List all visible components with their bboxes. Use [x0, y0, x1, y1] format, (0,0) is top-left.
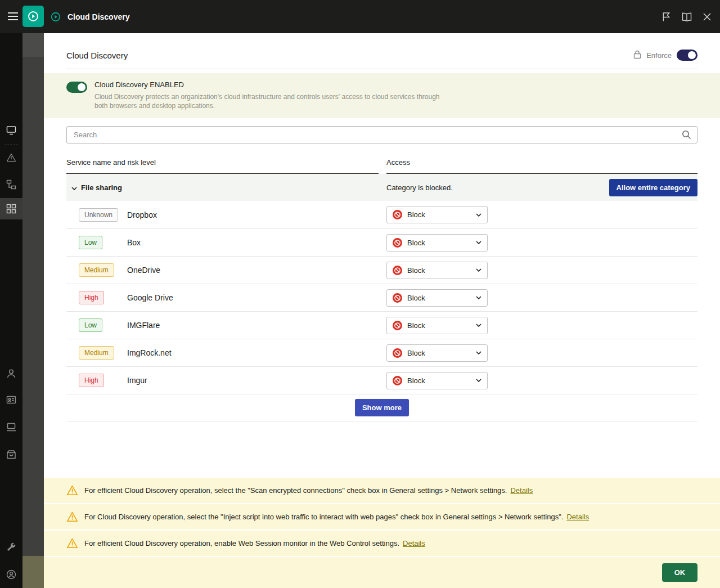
risk-badge: Medium: [79, 263, 114, 277]
book-icon[interactable]: [682, 12, 692, 21]
details-link[interactable]: Details: [566, 513, 589, 521]
sidebar-item-monitoring[interactable]: [6, 125, 16, 135]
access-dropdown[interactable]: Block: [386, 262, 488, 279]
warning-text: For Cloud Discovery operation, select th…: [84, 513, 563, 521]
service-name: OneDrive: [127, 266, 160, 275]
banner-description: Cloud Discovery protects an organization…: [94, 92, 454, 110]
search-icon[interactable]: [682, 130, 691, 140]
app-logo-icon[interactable]: [22, 6, 44, 27]
block-icon: [393, 293, 402, 303]
main-navigation-sidebar: [0, 33, 22, 588]
access-value: Block: [407, 239, 425, 247]
access-dropdown[interactable]: Block: [386, 317, 488, 334]
sidebar-item-users[interactable]: [6, 369, 16, 379]
service-rows: Unknown Dropbox Block Low Box: [66, 201, 698, 394]
block-icon: [393, 266, 402, 275]
banner-title: Cloud Discovery ENABLED: [94, 80, 454, 89]
sidebar-item-profile[interactable]: [6, 569, 16, 580]
access-value: Block: [407, 376, 425, 385]
access-dropdown[interactable]: Block: [386, 372, 488, 389]
sidebar-item-active[interactable]: [0, 198, 22, 219]
content-spacer: [44, 421, 720, 477]
enforce-label: Enforce: [646, 51, 672, 60]
sidebar-item-devices[interactable]: [6, 423, 16, 432]
category-expander[interactable]: File sharing: [66, 183, 386, 192]
search-bar: [66, 126, 698, 143]
search-input[interactable]: [66, 126, 698, 143]
category-name: File sharing: [81, 183, 122, 192]
category-status: Category is blocked.: [386, 183, 453, 192]
hamburger-menu-icon[interactable]: [7, 12, 19, 23]
enabled-toggle[interactable]: [66, 82, 87, 93]
table-row: Low Box Block: [66, 228, 698, 256]
topbar-actions: [662, 12, 711, 22]
flag-icon[interactable]: [662, 12, 670, 22]
block-icon: [393, 238, 402, 248]
access-dropdown[interactable]: Block: [386, 289, 488, 307]
column-header-access: Access: [386, 155, 698, 174]
warning-icon: [66, 511, 78, 522]
table-row: High Google Drive Block: [66, 284, 698, 311]
footer-bar: OK: [44, 556, 720, 588]
warning-icon: [66, 485, 78, 496]
secondary-rail-top: [22, 33, 44, 57]
cloud-discovery-panel-icon: [50, 11, 61, 25]
enforce-control: Enforce: [633, 50, 698, 61]
show-more-button[interactable]: Show more: [355, 399, 409, 416]
chevron-down-icon: [476, 241, 482, 244]
access-dropdown[interactable]: Block: [386, 234, 488, 252]
show-more-row: Show more: [66, 394, 698, 421]
sidebar-divider: [4, 145, 18, 145]
access-value: Block: [407, 266, 425, 275]
sidebar-item-accounts[interactable]: [6, 396, 16, 404]
enforce-toggle[interactable]: [677, 50, 698, 61]
table-row: Medium OneDrive Block: [66, 256, 698, 284]
table-header-row: Service name and risk level Access: [66, 155, 698, 174]
service-name: Dropbox: [127, 210, 157, 219]
access-value: Block: [407, 321, 425, 330]
risk-badge: High: [79, 291, 104, 304]
page-header: Cloud Discovery Enforce: [66, 33, 698, 69]
secondary-rail: [22, 33, 44, 588]
warning-text: For efficient Cloud Discovery operation,…: [84, 486, 507, 495]
cloud-discovery-panel: Cloud Discovery Enforce Cloud Discovery …: [44, 33, 720, 588]
block-icon: [393, 376, 402, 385]
risk-badge: Medium: [79, 346, 114, 360]
warning-icon: [66, 538, 78, 549]
warning-banner-3: For efficient Cloud Discovery operation,…: [44, 529, 720, 556]
details-link[interactable]: Details: [510, 486, 533, 495]
warning-banner-1: For efficient Cloud Discovery operation,…: [44, 477, 720, 503]
risk-badge: High: [79, 374, 104, 387]
close-icon[interactable]: [703, 13, 711, 21]
chevron-down-icon: [476, 351, 482, 354]
risk-badge: Unknown: [79, 208, 118, 222]
service-name: Box: [127, 238, 141, 247]
panel-window-title: Cloud Discovery: [68, 12, 129, 21]
services-table: Service name and risk level Access File …: [66, 155, 698, 421]
details-link[interactable]: Details: [403, 539, 425, 547]
lock-icon: [633, 50, 641, 61]
service-name: Imgur: [127, 376, 147, 385]
chevron-down-icon: [71, 183, 77, 192]
service-name: ImgRock.net: [127, 348, 172, 357]
sidebar-item-hierarchy[interactable]: [6, 179, 16, 190]
sidebar-item-marketplace[interactable]: [6, 450, 16, 459]
access-value: Block: [407, 210, 425, 219]
enabled-banner: Cloud Discovery ENABLED Cloud Discovery …: [44, 73, 720, 118]
warning-text: For efficient Cloud Discovery operation,…: [84, 539, 399, 547]
risk-badge: Low: [79, 236, 102, 249]
page-title: Cloud Discovery: [66, 51, 128, 60]
sidebar-item-settings-wrench[interactable]: [6, 542, 16, 552]
table-row: Low IMGFlare Block: [66, 311, 698, 339]
access-dropdown[interactable]: Block: [386, 206, 488, 223]
chevron-down-icon: [476, 379, 482, 382]
allow-entire-category-button[interactable]: Allow entire category: [609, 179, 698, 196]
ok-button[interactable]: OK: [662, 563, 698, 582]
category-row-file-sharing: File sharing Category is blocked. Allow …: [66, 174, 698, 201]
table-row: Medium ImgRock.net Block: [66, 339, 698, 366]
block-icon: [393, 321, 402, 330]
block-icon: [393, 348, 402, 358]
access-dropdown[interactable]: Block: [386, 344, 488, 362]
service-name: Google Drive: [127, 293, 173, 302]
sidebar-item-alerts[interactable]: [6, 153, 16, 162]
